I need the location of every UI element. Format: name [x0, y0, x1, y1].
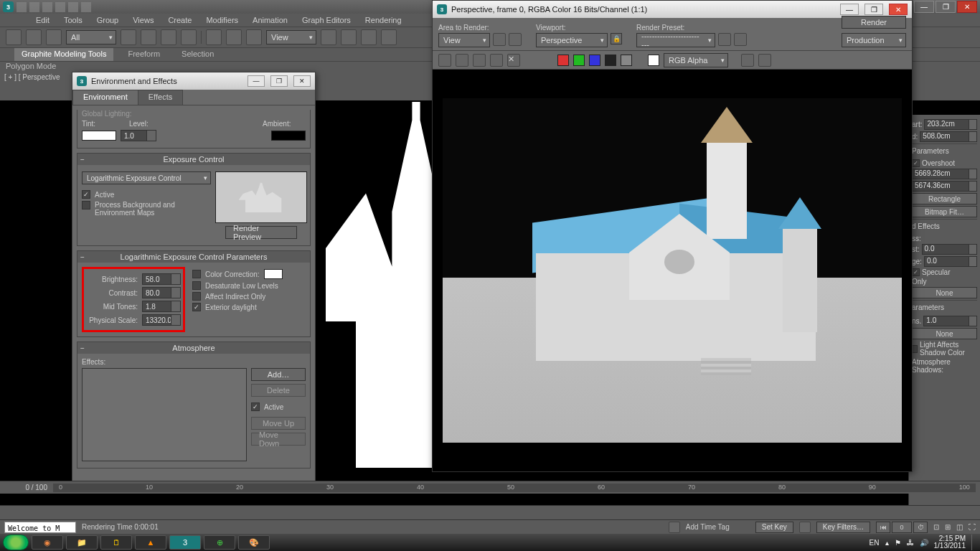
tray-network-icon[interactable]: 🖧: [907, 539, 914, 547]
overlay-b-icon[interactable]: [758, 54, 771, 67]
add-effect-button[interactable]: Add…: [251, 368, 306, 381]
nav-d-icon[interactable]: ⊞: [945, 523, 951, 531]
maxscript-listener[interactable]: Welcome to M: [4, 522, 76, 533]
main-close-icon[interactable]: ✕: [957, 1, 977, 13]
save-image-icon[interactable]: [438, 54, 451, 67]
add-time-tag-label[interactable]: Add Time Tag: [686, 523, 730, 531]
log-params-header[interactable]: Logarithmic Exposure Control Parameters: [77, 251, 310, 263]
task-paint-icon[interactable]: 🎨: [238, 535, 270, 550]
tray-lang[interactable]: EN: [870, 539, 880, 547]
st-spinner[interactable]: 0.0: [922, 244, 977, 255]
setkey-button[interactable]: Set Key: [755, 522, 793, 533]
render-mode-dropdown[interactable]: Production: [842, 33, 906, 47]
menu-grapheditors[interactable]: Graph Editors: [302, 16, 351, 24]
time-slider-value[interactable]: 0 / 100: [4, 484, 47, 491]
task-chrome-icon[interactable]: ◉: [32, 535, 63, 550]
render-maximize-icon[interactable]: ❐: [864, 4, 883, 15]
exposure-control-header[interactable]: Exposure Control: [77, 154, 310, 165]
copy-image-icon[interactable]: [456, 54, 468, 67]
blue-channel-button[interactable]: [589, 55, 600, 66]
main-maximize-icon[interactable]: ❐: [936, 1, 956, 13]
end-spinner[interactable]: 508.0cm: [920, 131, 977, 142]
affect-indirect-checkbox[interactable]: [192, 292, 201, 301]
render-preset-dropdown[interactable]: -------------------------: [636, 33, 715, 47]
tint-swatch[interactable]: [82, 131, 116, 141]
select-region-icon[interactable]: [161, 29, 176, 45]
task-explorer-icon[interactable]: 📁: [66, 535, 98, 550]
env-maximize-icon[interactable]: ❐: [270, 75, 288, 87]
tray-clock[interactable]: 2:15 PM 1/13/2011: [934, 535, 966, 550]
polygon-mode-label[interactable]: Polygon Mode: [6, 62, 56, 70]
moveup-button[interactable]: Move Up: [251, 417, 306, 430]
level-spinner[interactable]: 1.0: [121, 130, 156, 141]
tab-graphite[interactable]: Graphite Modeling Tools: [14, 48, 113, 61]
qat-new-icon[interactable]: [17, 2, 27, 12]
viewport-dropdown[interactable]: Perspective: [536, 33, 608, 47]
render-preview-button[interactable]: Render Preview: [225, 226, 297, 239]
env-close-icon[interactable]: ✕: [293, 75, 311, 87]
region-edit-icon[interactable]: [493, 33, 506, 46]
menu-create[interactable]: Create: [168, 16, 192, 24]
desaturate-checkbox[interactable]: [192, 281, 201, 290]
green-channel-button[interactable]: [573, 55, 585, 66]
viewport-lock-icon[interactable]: 🔒: [611, 33, 622, 44]
select-manip-icon[interactable]: [341, 29, 357, 45]
qat-redo-icon[interactable]: [68, 2, 78, 12]
tab-environment[interactable]: Environment: [72, 90, 138, 105]
start-spinner[interactable]: 203.2cm: [924, 119, 977, 130]
pivot-icon[interactable]: [321, 29, 336, 45]
midtones-spinner[interactable]: 1.8: [142, 301, 181, 312]
color-correction-swatch[interactable]: [264, 269, 283, 279]
show-desktop-button[interactable]: [971, 534, 977, 550]
render-setup-icon[interactable]: [718, 33, 731, 46]
menu-modifiers[interactable]: Modifiers: [206, 16, 238, 24]
nav-c-icon[interactable]: ⊡: [933, 523, 939, 531]
menu-edit[interactable]: Edit: [36, 16, 50, 24]
color-correction-checkbox[interactable]: [192, 270, 201, 278]
tab-effects[interactable]: Effects: [138, 90, 183, 105]
bitmap-fit-button[interactable]: Bitmap Fit…: [912, 206, 977, 217]
tab-freeform[interactable]: Freeform: [121, 48, 167, 61]
key-filters-button[interactable]: Key Filters…: [816, 522, 870, 533]
render-minimize-icon[interactable]: —: [840, 4, 859, 15]
tray-flag-icon[interactable]: ⚑: [895, 539, 901, 547]
active-checkbox[interactable]: [82, 190, 90, 199]
app-logo-icon[interactable]: 3: [3, 1, 14, 12]
clone-window-icon[interactable]: [473, 54, 486, 67]
overshoot-checkbox[interactable]: ✓: [912, 159, 920, 167]
none-button-2[interactable]: None: [912, 328, 977, 339]
snap-icon[interactable]: [381, 29, 397, 45]
qat-save-icon[interactable]: [42, 2, 52, 12]
select-icon[interactable]: [121, 29, 136, 45]
render-button[interactable]: Render: [842, 16, 906, 29]
task-vlc-icon[interactable]: ▲: [135, 535, 166, 550]
prev-key-icon[interactable]: ⏮: [876, 522, 890, 533]
region-auto-icon[interactable]: [509, 33, 522, 46]
red-channel-button[interactable]: [557, 55, 569, 66]
env-dialog-titlebar[interactable]: 3 Environment and Effects — ❐ ✕: [72, 72, 315, 90]
menu-views[interactable]: Views: [133, 16, 154, 24]
area-to-render-dropdown[interactable]: View: [438, 33, 490, 47]
mono-channel-button[interactable]: [621, 55, 632, 66]
scale-icon[interactable]: [246, 29, 262, 45]
nav-f-icon[interactable]: ⛶: [969, 523, 976, 531]
ref-coord-dropdown[interactable]: View: [266, 30, 316, 44]
ext-daylight-checkbox[interactable]: [192, 303, 201, 311]
clear-icon[interactable]: ✕: [507, 54, 520, 67]
time-config-icon[interactable]: ⏱: [913, 522, 928, 533]
tray-chevron-icon[interactable]: ▴: [885, 539, 889, 547]
val1-spinner[interactable]: 5669.28cm: [912, 169, 977, 179]
menu-tools[interactable]: Tools: [64, 16, 83, 24]
process-bg-checkbox[interactable]: [82, 201, 90, 209]
keyboard-icon[interactable]: [361, 29, 377, 45]
select-name-icon[interactable]: [141, 29, 156, 45]
time-ruler[interactable]: 0 10 20 30 40 50 60 70 80 90 100: [53, 484, 976, 492]
bind-icon[interactable]: [46, 29, 62, 45]
movedown-button[interactable]: Move Down: [251, 433, 306, 446]
none-button-1[interactable]: None: [912, 287, 977, 298]
rotate-icon[interactable]: [226, 29, 242, 45]
alpha-channel-button[interactable]: [605, 55, 616, 66]
swatch-white[interactable]: [648, 55, 659, 66]
task-3dsmax-icon[interactable]: 3: [169, 535, 201, 550]
ge-spinner[interactable]: 0.0: [924, 256, 977, 267]
